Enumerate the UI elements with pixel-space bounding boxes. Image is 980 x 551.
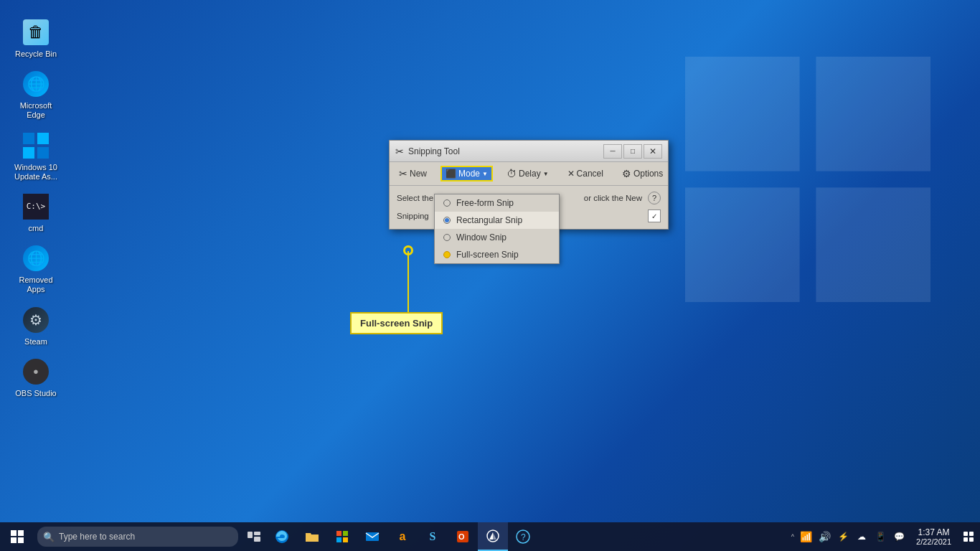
snipping-tool-titlebar: ✂ Snipping Tool ─ □ ✕ xyxy=(390,141,668,162)
delay-label: Delay xyxy=(519,169,541,179)
search-placeholder: Type here to search xyxy=(59,532,135,542)
radio-rectangular xyxy=(443,217,451,224)
radio-window xyxy=(443,234,451,241)
options-label: Options xyxy=(633,169,663,179)
snipping-checkbox[interactable]: ✓ xyxy=(648,209,661,222)
cmd-icon: C:\> xyxy=(22,192,50,221)
recycle-bin-label: Recycle Bin xyxy=(15,50,57,59)
taskbar-file-explorer[interactable] xyxy=(297,522,327,551)
amazon-letter: a xyxy=(400,530,406,543)
cancel-label: Cancel xyxy=(577,169,603,179)
tray-icon-4[interactable]: 💬 xyxy=(890,522,908,551)
window-controls: ─ □ ✕ xyxy=(603,144,662,159)
or-text: or click the New xyxy=(584,194,642,202)
desktop: 🗑 Recycle Bin 🌐 Microsoft Edge Windows 1… xyxy=(0,0,980,551)
removed-apps-icon: 🌐 xyxy=(22,244,50,273)
svg-rect-8 xyxy=(11,530,17,536)
svg-rect-17 xyxy=(343,531,348,536)
svg-rect-0 xyxy=(685,57,800,171)
svg-rect-3 xyxy=(816,187,930,302)
fullscreen-label: Full-screen Snip xyxy=(456,250,519,260)
search-icon: 🔍 xyxy=(43,532,55,542)
desktop-icon-area: 🗑 Recycle Bin 🌐 Microsoft Edge Windows 1… xyxy=(0,7,72,409)
tray-icon-2[interactable]: ☁ xyxy=(853,522,870,551)
options-icon: ⚙ xyxy=(622,168,631,179)
desktop-icon-recycle-bin[interactable]: 🗑 Recycle Bin xyxy=(7,14,65,62)
taskbar-7zip[interactable]: S xyxy=(418,522,448,551)
rectangular-label: Rectangular Snip xyxy=(456,215,522,225)
svg-rect-26 xyxy=(963,532,968,536)
svg-rect-14 xyxy=(254,537,260,542)
windows-update-icon xyxy=(22,131,50,160)
start-button[interactable] xyxy=(0,522,34,551)
svg-rect-29 xyxy=(969,537,974,542)
mode-icon: ⬛ xyxy=(446,169,456,179)
svg-rect-4 xyxy=(23,133,34,144)
new-icon: ✂ xyxy=(399,168,407,179)
taskbar-snipping[interactable] xyxy=(478,522,508,551)
windows-watermark xyxy=(672,43,944,319)
svg-rect-10 xyxy=(11,537,17,543)
task-view-button[interactable] xyxy=(241,522,267,551)
taskbar-edge[interactable] xyxy=(267,522,297,551)
tray-expand[interactable]: ^ xyxy=(790,533,796,540)
taskbar-amazon[interactable]: a xyxy=(387,522,418,551)
steam-label: Steam xyxy=(24,337,47,347)
minimize-button[interactable]: ─ xyxy=(603,144,622,159)
taskbar-mail[interactable] xyxy=(357,522,387,551)
obs-label: OBS Studio xyxy=(15,389,56,398)
system-tray: ^ 📶 🔊 ⚡ ☁ 📱 💬 xyxy=(787,522,910,551)
new-button[interactable]: ✂ New xyxy=(394,165,432,182)
callout-label: Full-screen Snip xyxy=(360,318,433,329)
svg-text:O: O xyxy=(458,532,465,541)
notification-center[interactable] xyxy=(957,522,980,551)
desktop-icon-steam[interactable]: ⚙ Steam xyxy=(7,302,65,350)
mode-dropdown: Free-form Snip Rectangular Snip Window S… xyxy=(434,194,560,264)
help-button[interactable]: ? xyxy=(648,192,661,204)
desktop-icon-removed-apps[interactable]: 🌐 Removed Apps xyxy=(7,240,65,298)
freeform-label: Free-form Snip xyxy=(456,198,514,208)
new-label: New xyxy=(410,169,427,179)
callout-annotation: Full-screen Snip xyxy=(350,312,443,334)
svg-rect-12 xyxy=(248,532,253,538)
edge-icon: 🌐 xyxy=(22,70,50,98)
callout-line xyxy=(407,251,409,312)
delay-dropdown-arrow: ▼ xyxy=(543,171,549,177)
clock[interactable]: 1:37 AM 2/22/2021 xyxy=(910,522,957,551)
close-button[interactable]: ✕ xyxy=(644,144,662,159)
mode-button[interactable]: ⬛ Mode ▼ xyxy=(440,166,493,182)
mode-fullscreen[interactable]: Full-screen Snip xyxy=(435,246,559,263)
desktop-icon-cmd[interactable]: C:\> cmd xyxy=(7,189,65,237)
taskbar-office[interactable]: O xyxy=(448,522,478,551)
search-bar[interactable]: 🔍 Type here to search xyxy=(37,527,238,547)
cancel-icon: ✕ xyxy=(567,169,575,179)
edge-label: Microsoft Edge xyxy=(11,101,61,120)
mode-window[interactable]: Window Snip xyxy=(435,229,559,246)
delay-icon: ⏱ xyxy=(507,168,517,179)
mode-freeform[interactable]: Free-form Snip xyxy=(435,194,559,212)
svg-rect-16 xyxy=(336,531,341,536)
seven-letter: S xyxy=(430,530,436,543)
volume-icon[interactable]: 🔊 xyxy=(816,522,833,551)
network-icon[interactable]: 📶 xyxy=(797,522,814,551)
desktop-icon-windows-update[interactable]: Windows 10 Update As... xyxy=(7,128,65,185)
options-button[interactable]: ⚙ Options xyxy=(617,165,668,182)
radio-fullscreen xyxy=(443,251,451,258)
cancel-button[interactable]: ✕ Cancel xyxy=(562,166,608,182)
mode-label: Mode xyxy=(458,169,480,179)
delay-button[interactable]: ⏱ Delay ▼ xyxy=(501,165,554,182)
maximize-button[interactable]: □ xyxy=(623,144,642,159)
svg-rect-13 xyxy=(254,532,260,535)
tray-icon-3[interactable]: 📱 xyxy=(872,522,889,551)
mode-rectangular[interactable]: Rectangular Snip xyxy=(435,212,559,229)
desktop-icon-obs[interactable]: ● OBS Studio xyxy=(7,354,65,402)
svg-rect-7 xyxy=(37,147,49,159)
desktop-icon-edge[interactable]: 🌐 Microsoft Edge xyxy=(7,66,65,123)
tray-icon-1[interactable]: ⚡ xyxy=(834,522,852,551)
taskbar-help[interactable]: ? xyxy=(508,522,538,551)
callout-box: Full-screen Snip xyxy=(350,312,443,334)
svg-text:?: ? xyxy=(521,532,526,542)
recycle-bin-icon: 🗑 xyxy=(22,18,50,47)
snipping-toolbar: ✂ New ⬛ Mode ▼ ⏱ Delay ▼ ✕ Cancel xyxy=(390,162,668,186)
taskbar-store[interactable] xyxy=(327,522,357,551)
